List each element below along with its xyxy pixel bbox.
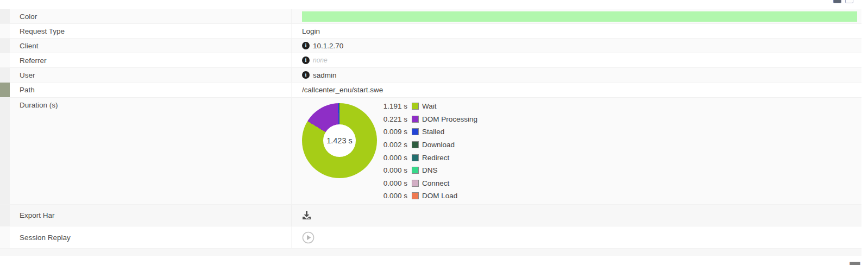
color-value-bar	[302, 11, 857, 22]
legend-value: 1.191 s	[382, 102, 407, 110]
request-detail-panel: Color Request Type Login Client i 10.1.2…	[0, 0, 868, 265]
row-label: Client	[10, 42, 292, 50]
legend-value: 0.000 s	[382, 154, 407, 162]
row-value: i none	[292, 53, 861, 67]
info-icon[interactable]: i	[302, 56, 310, 64]
path-value: /callcenter_enu/start.swe	[302, 86, 383, 94]
user-value: sadmin	[313, 71, 337, 79]
legend-swatch	[412, 116, 419, 123]
row-value: i sadmin	[292, 68, 861, 82]
legend-label: Connect	[422, 179, 449, 187]
duration-legend: 1.191 s Wait 0.221 s DOM Processing 0.00…	[382, 100, 477, 203]
row-indicator	[0, 226, 10, 248]
legend-swatch	[412, 103, 419, 110]
legend-swatch	[412, 180, 419, 187]
legend-item: 1.191 s Wait	[382, 100, 477, 113]
session-replay-play-icon[interactable]	[302, 231, 315, 244]
legend-swatch	[412, 192, 419, 199]
row-label: Duration (s)	[10, 98, 292, 109]
request-type-value: Login	[302, 27, 320, 35]
legend-value: 0.009 s	[382, 128, 407, 136]
row-value	[292, 9, 861, 23]
row-value	[292, 205, 861, 226]
legend-item: 0.000 s Connect	[382, 177, 477, 190]
row-indicator	[0, 24, 10, 38]
path-color-indicator	[0, 83, 10, 97]
row-indicator	[0, 205, 10, 226]
row-indicator	[0, 9, 10, 23]
table-row-user: User i sadmin	[0, 68, 861, 83]
table-row-client: Client i 10.1.2.70	[0, 39, 861, 53]
legend-value: 0.221 s	[382, 115, 407, 123]
legend-value: 0.000 s	[382, 166, 407, 174]
info-icon[interactable]: i	[302, 42, 310, 49]
duration-donut: 1.423 s	[302, 103, 377, 178]
row-indicator	[0, 53, 10, 67]
legend-label: Redirect	[422, 154, 449, 162]
legend-item: 0.000 s DNS	[382, 164, 477, 177]
download-har-icon[interactable]	[302, 211, 311, 220]
legend-swatch	[412, 141, 419, 148]
row-label: Session Replay	[10, 234, 292, 242]
legend-item: 0.000 s DOM Load	[382, 190, 477, 203]
top-toolbar	[833, 0, 853, 3]
row-indicator	[0, 68, 10, 82]
info-icon[interactable]: i	[302, 71, 310, 79]
bottom-right-icon[interactable]	[850, 262, 860, 265]
legend-label: DNS	[422, 166, 438, 174]
row-label: Export Har	[10, 211, 292, 219]
referrer-value: none	[313, 56, 328, 64]
table-row-duration: Duration (s) 1.423 s 1.191 s Wait 0.221 …	[0, 98, 861, 205]
table-row-request-type: Request Type Login	[0, 24, 861, 39]
legend-swatch	[412, 154, 419, 161]
footer-divider-strip	[0, 249, 861, 256]
legend-label: DOM Processing	[422, 115, 477, 123]
legend-label: Stalled	[422, 128, 444, 136]
row-value: Login	[292, 24, 861, 38]
row-indicator	[0, 39, 10, 53]
row-label: Referrer	[10, 56, 292, 65]
legend-label: Wait	[422, 102, 437, 110]
legend-swatch	[412, 167, 419, 174]
row-label: Request Type	[10, 27, 292, 35]
legend-label: DOM Load	[422, 192, 457, 200]
legend-value: 0.000 s	[382, 179, 407, 187]
legend-item: 0.002 s Download	[382, 138, 477, 152]
row-label: Path	[10, 86, 292, 94]
legend-item: 0.221 s DOM Processing	[382, 113, 477, 126]
table-row-color: Color	[0, 9, 861, 24]
row-label: Color	[10, 12, 292, 21]
row-indicator	[0, 98, 10, 204]
table-row-session-replay: Session Replay	[0, 226, 861, 249]
row-value	[292, 226, 861, 248]
legend-value: 0.002 s	[382, 141, 407, 149]
client-value: 10.1.2.70	[313, 42, 343, 50]
row-value: i 10.1.2.70	[292, 39, 861, 53]
row-value: /callcenter_enu/start.swe	[292, 83, 861, 97]
table-row-path: Path /callcenter_enu/start.swe	[0, 83, 861, 98]
request-detail-table: Color Request Type Login Client i 10.1.2…	[0, 9, 861, 249]
legend-item: 0.000 s Redirect	[382, 151, 477, 164]
export-image-icon[interactable]	[833, 0, 841, 3]
legend-swatch	[412, 128, 419, 135]
row-label: User	[10, 71, 292, 79]
legend-label: Download	[422, 141, 455, 149]
legend-value: 0.000 s	[382, 192, 407, 200]
table-row-export-har: Export Har	[0, 205, 861, 226]
donut-center-label: 1.423 s	[323, 124, 356, 157]
legend-item: 0.009 s Stalled	[382, 125, 477, 138]
table-row-referrer: Referrer i none	[0, 53, 861, 68]
export-frame-icon[interactable]	[845, 0, 853, 3]
duration-chart: 1.423 s 1.191 s Wait 0.221 s DOM Process…	[302, 101, 477, 203]
row-value: 1.423 s 1.191 s Wait 0.221 s DOM Process…	[292, 98, 861, 204]
